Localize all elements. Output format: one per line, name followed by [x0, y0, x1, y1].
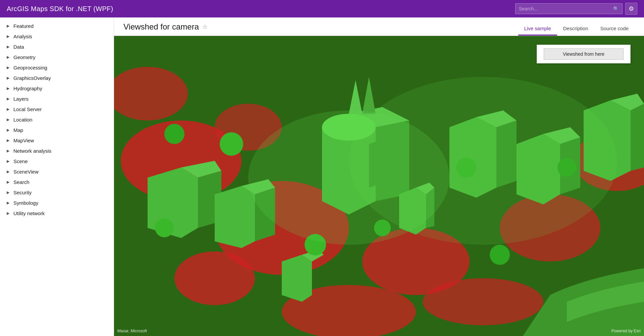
sidebar-item-label: SceneView — [13, 169, 39, 175]
settings-button[interactable]: ⚙ — [625, 3, 637, 15]
sidebar-item-label: Analysis — [13, 34, 32, 39]
svg-point-4 — [174, 251, 255, 305]
chevron-right-icon: ▶ — [7, 149, 12, 153]
map-attribution-right: Powered by Esri — [611, 329, 641, 333]
tab-source-code[interactable]: Source code — [594, 22, 635, 36]
sidebar-item-search[interactable]: ▶Search — [0, 177, 114, 187]
search-input[interactable] — [519, 6, 610, 11]
sidebar-item-map[interactable]: ▶Map — [0, 125, 114, 135]
sidebar-item-label: Location — [13, 117, 33, 123]
sidebar-item-security[interactable]: ▶Security — [0, 187, 114, 198]
svg-point-39 — [220, 132, 243, 156]
sidebar-item-label: Local Server — [13, 106, 42, 112]
sidebar-item-sceneview[interactable]: ▶SceneView — [0, 166, 114, 177]
chevron-right-icon: ▶ — [7, 24, 12, 28]
app-header: ArcGIS Maps SDK for .NET (WPF) 🔍 ⚙ — [0, 0, 644, 17]
sidebar-item-label: Security — [13, 190, 32, 195]
sidebar-item-label: Symbology — [13, 200, 38, 206]
sidebar-item-label: Scene — [13, 158, 28, 164]
sidebar-item-geoprocessing[interactable]: ▶Geoprocessing — [0, 62, 114, 73]
sidebar-item-label: Geometry — [13, 54, 36, 60]
sidebar-item-label: GraphicsOverlay — [13, 75, 51, 81]
sidebar-item-label: Hydrography — [13, 86, 42, 91]
viewshed-overlay: Viewshed from here — [537, 45, 631, 63]
tab-description[interactable]: Description — [557, 22, 594, 36]
chevron-right-icon: ▶ — [7, 170, 12, 174]
sidebar-item-symbology[interactable]: ▶Symbology — [0, 198, 114, 208]
chevron-right-icon: ▶ — [7, 34, 12, 39]
chevron-right-icon: ▶ — [7, 97, 12, 101]
sidebar-item-geometry[interactable]: ▶Geometry — [0, 52, 114, 62]
sidebar-item-label: Utility network — [13, 210, 45, 216]
sidebar-item-featured[interactable]: ▶Featured — [0, 21, 114, 31]
sidebar-item-layers[interactable]: ▶Layers — [0, 94, 114, 104]
sidebar-item-utility-network[interactable]: ▶Utility network — [0, 208, 114, 219]
sidebar-item-label: Network analysis — [13, 148, 51, 154]
svg-point-46 — [490, 245, 510, 265]
svg-marker-33 — [631, 104, 644, 171]
page-title-area: Viewshed for camera ☆ — [123, 22, 208, 36]
sidebar-item-analysis[interactable]: ▶Analysis — [0, 31, 114, 42]
map-attribution-left: Maxar, Microsoft — [117, 329, 147, 333]
sidebar-item-label: MapView — [13, 138, 34, 143]
sidebar-item-label: Search — [13, 179, 30, 185]
content-area: Viewshed for camera ☆ Live sampleDescrip… — [114, 17, 644, 336]
map-container[interactable]: Viewshed from here Maxar, Microsoft Powe… — [114, 36, 644, 336]
tabs-area: Live sampleDescriptionSource code — [518, 22, 635, 36]
chevron-right-icon: ▶ — [7, 128, 12, 132]
chevron-right-icon: ▶ — [7, 65, 12, 70]
header-search-box[interactable]: 🔍 — [515, 3, 623, 14]
favorite-icon[interactable]: ☆ — [202, 23, 208, 31]
sidebar-item-data[interactable]: ▶Data — [0, 42, 114, 52]
sidebar-item-scene[interactable]: ▶Scene — [0, 156, 114, 166]
tab-live-sample[interactable]: Live sample — [518, 22, 557, 36]
chevron-right-icon: ▶ — [7, 117, 12, 122]
main-layout: ▶Featured▶Analysis▶Data▶Geometry▶Geoproc… — [0, 17, 644, 336]
chevron-right-icon: ▶ — [7, 138, 12, 143]
chevron-right-icon: ▶ — [7, 201, 12, 205]
sidebar-item-label: Data — [13, 44, 24, 50]
chevron-right-icon: ▶ — [7, 86, 12, 91]
svg-point-9 — [423, 278, 543, 325]
chevron-right-icon: ▶ — [7, 190, 12, 195]
chevron-right-icon: ▶ — [7, 159, 12, 163]
gear-icon: ⚙ — [629, 5, 634, 12]
chevron-right-icon: ▶ — [7, 180, 12, 184]
sidebar-item-hydrography[interactable]: ▶Hydrography — [0, 83, 114, 94]
svg-point-48 — [349, 77, 617, 245]
page-title: Viewshed for camera — [123, 22, 199, 32]
sidebar-item-network-analysis[interactable]: ▶Network analysis — [0, 146, 114, 156]
sidebar-item-mapview[interactable]: ▶MapView — [0, 135, 114, 146]
viewshed-from-here-button[interactable]: Viewshed from here — [544, 48, 624, 60]
sidebar-item-label: Geoprocessing — [13, 65, 47, 70]
chevron-right-icon: ▶ — [7, 76, 12, 80]
svg-point-45 — [155, 219, 174, 237]
header-right-controls: 🔍 ⚙ — [515, 3, 637, 15]
svg-marker-37 — [282, 255, 312, 302]
sidebar-item-local-server[interactable]: ▶Local Server — [0, 104, 114, 114]
sidebar-item-graphicsoverlay[interactable]: ▶GraphicsOverlay — [0, 73, 114, 83]
content-header: Viewshed for camera ☆ Live sampleDescrip… — [114, 17, 644, 36]
sidebar-item-location[interactable]: ▶Location — [0, 114, 114, 125]
svg-marker-22 — [215, 186, 255, 248]
chevron-right-icon: ▶ — [7, 45, 12, 49]
chevron-right-icon: ▶ — [7, 107, 12, 111]
search-icon: 🔍 — [613, 6, 619, 11]
sidebar-item-label: Layers — [13, 96, 29, 102]
chevron-right-icon: ▶ — [7, 211, 12, 215]
sidebar: ▶Featured▶Analysis▶Data▶Geometry▶Geoproc… — [0, 17, 114, 336]
svg-point-40 — [164, 124, 184, 144]
chevron-right-icon: ▶ — [7, 55, 12, 59]
app-title: ArcGIS Maps SDK for .NET (WPF) — [7, 5, 113, 13]
sidebar-item-label: Map — [13, 127, 23, 133]
sidebar-item-label: Featured — [13, 23, 34, 29]
scene-canvas — [114, 36, 644, 336]
